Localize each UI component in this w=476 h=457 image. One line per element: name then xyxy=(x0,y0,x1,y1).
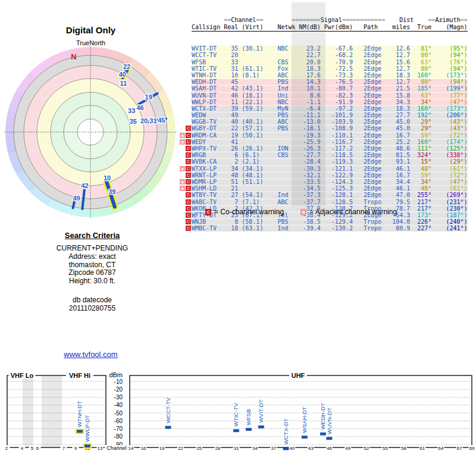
channel-tick: 16 xyxy=(140,446,146,451)
station-bar xyxy=(321,433,326,435)
dbm-tick-label: -10 xyxy=(114,378,123,385)
azimuth-true: 29° xyxy=(410,118,431,125)
station-bar xyxy=(327,437,332,440)
station-data: WDMR-LP 51 (51.1) -33.5 -124.3 2Edge 34.… xyxy=(192,179,410,185)
adjacent-channel-warning-icon: a xyxy=(180,166,185,171)
channel-tick: 6 xyxy=(36,446,39,451)
azimuth-magn: (77°) xyxy=(431,92,467,99)
station-bar-label: WCCT-TV xyxy=(165,397,171,423)
channel-tick: 58 xyxy=(401,446,406,451)
channel-label: 46 xyxy=(136,104,143,111)
azimuth-true: 217° xyxy=(410,199,431,205)
channel-tick: 22 xyxy=(178,446,183,451)
search-criteria: Search Criteria CURRENT+PENDING Address:… xyxy=(0,231,184,313)
azimuth-true: 80° xyxy=(410,79,431,85)
table-row: WCCT-TV 20 22.7 -68.2 2Edge 12.7 80° (94… xyxy=(192,52,468,58)
channel-tick: 25 xyxy=(196,446,202,451)
vhf-lo-label: VHF Lo xyxy=(11,372,34,379)
tvfool-link[interactable]: www.tvfool.com xyxy=(64,350,117,359)
channel-tick: 14 xyxy=(129,446,134,451)
azimuth-true: 192° xyxy=(410,112,431,118)
azimuth-true: 227° xyxy=(410,225,431,231)
azimuth-magn: (72°) xyxy=(431,132,467,139)
channel-label: 39 xyxy=(108,188,115,195)
station-data: WABC-TV 7 (7.1) ABC -37.7 -128.5 Tropo 7… xyxy=(192,199,410,205)
station-bar-label: WTIC-TV xyxy=(233,403,239,427)
channel-tick: 69 xyxy=(469,446,475,451)
table-row: WHPX-TV 26 (26.1) ION -26.3 -117.2 2Edge… xyxy=(192,145,468,152)
azimuth-magn: (43°) xyxy=(431,118,467,125)
station-data: WEDH-DT 45 PBS 14.3 -76.5 2Edge 12.7 xyxy=(192,79,410,85)
table-row: WWLP-DT 11 (22.1) NBC -1.1 -91.9 2Edge 3… xyxy=(192,99,468,105)
uhf-label: UHF xyxy=(292,372,305,379)
dbm-tick-label: -80 xyxy=(114,433,123,440)
channel-label: 45 xyxy=(158,117,165,124)
adjacent-channel-warning-icon: a xyxy=(180,139,185,145)
co-channel-warning-icon: C xyxy=(186,179,191,184)
spectrum-chart: -10-20-30-40-50-60-70-80-90VHF LoVHF HiU… xyxy=(0,368,476,457)
channel-tick: 61 xyxy=(419,446,425,451)
azimuth-true: 324° xyxy=(410,152,431,158)
azimuth-magn: (94°) xyxy=(431,52,467,58)
search-address-type: Address: exact xyxy=(0,253,184,261)
azimuth-magn: (94°) xyxy=(431,79,467,85)
azimuth-magn: (125°) xyxy=(431,145,467,152)
co-channel-warning-icon: C xyxy=(186,126,191,131)
azimuth-magn: (231°) xyxy=(431,199,467,205)
table-row: WSAH-DT 42 (43.1) Ind 10.1 -80.7 2Edge 2… xyxy=(192,85,468,92)
station-data: WRDM-CA 19 (50.1) -19.3 -110.1 2Edge 16.… xyxy=(192,132,410,139)
azimuth-true: 63° xyxy=(410,59,431,65)
table-row: WMBC-TV 18 (63.1) Ind -39.4 -130.2 Tropo… xyxy=(192,225,468,231)
co-channel-warning-icon: C xyxy=(186,166,191,171)
azimuth-true: 160° xyxy=(410,72,431,79)
search-mode: CURRENT+PENDING xyxy=(0,245,184,253)
table-row: WTBY-TV 27 (54.1) Ind -37.3 -128.1 2Edge… xyxy=(192,192,468,198)
channel-tick: 43 xyxy=(308,446,314,451)
co-channel-warning-icon: C xyxy=(186,159,191,164)
co-channel-warning-icon: C xyxy=(186,206,191,211)
search-zipcode: Zipcode 06787 xyxy=(0,269,184,277)
table-row: WNJB 8 (58.1) PBS -38.5 -129.4 Tropo 104… xyxy=(192,218,468,225)
station-data: WUVN-DT 46 (18.1) Uni 8.6 -82.3 2Edge 15… xyxy=(192,92,410,99)
station-data: WSHM-LD 21 -34.5 -125.3 2Edge 46.1 xyxy=(192,185,410,192)
co-channel-warning-icon: C xyxy=(186,139,191,145)
azimuth-true: 80° xyxy=(410,65,431,72)
channel-label: 10 xyxy=(104,174,111,181)
co-channel-warning-icon: C xyxy=(186,192,191,198)
azimuth-true: 217° xyxy=(410,205,431,212)
co-channel-warning-icon: C xyxy=(186,199,191,205)
azimuth-magn: (240°) xyxy=(431,218,467,225)
station-data: WSAH-DT 42 (43.1) Ind 10.1 -80.7 2Edge 2… xyxy=(192,85,410,92)
table-row: WCTX-DT 39 (59.1) MyN -6.4 -97.2 2Edge 1… xyxy=(192,105,468,112)
channel-tick: 64 xyxy=(439,446,444,451)
station-bar xyxy=(85,445,90,447)
azimuth-true: 111° xyxy=(410,145,431,152)
channel-label: 49 xyxy=(73,195,80,202)
db-datecode-block: db datecode 201110280755 xyxy=(0,296,184,313)
co-channel-warning-icon: C xyxy=(186,212,191,218)
table-row: WVBK-CA 2 (2.1) -28.4 -119.3 2Edge 93.1 … xyxy=(192,158,468,165)
station-bar-label: WVIT-DT xyxy=(258,399,264,422)
vhf-gap-band xyxy=(23,376,33,447)
table-row: WGBY-DT 22 (57.1) PBS -18.1 -108.9 2Edge… xyxy=(192,125,468,132)
dbm-tick-label: -60 xyxy=(114,418,123,424)
table-row: WUVN-DT 46 (18.1) Uni 8.6 -82.3 2Edge 15… xyxy=(192,92,468,99)
search-city: thomaston, CT xyxy=(0,261,184,270)
co-channel-badge: c xyxy=(205,209,211,215)
azimuth-magn: (29°) xyxy=(431,158,467,165)
dbm-tick-label: -30 xyxy=(114,394,123,400)
station-bar-label: WFSB xyxy=(245,409,252,425)
azimuth-true: 34° xyxy=(410,179,431,185)
station-data: WCTX-DT 39 (59.1) MyN -6.4 -97.2 2Edge 1… xyxy=(192,105,410,112)
channel-label: 42 xyxy=(81,182,88,189)
azimuth-magn: (61°) xyxy=(431,185,467,192)
azimuth-magn: (173°) xyxy=(431,72,467,79)
azimuth-true: 160° xyxy=(410,139,431,145)
station-data: WTBY-TV 27 (54.1) Ind -37.3 -128.1 2Edge… xyxy=(192,192,410,198)
search-height: Height: 30.0 ft. xyxy=(0,277,184,286)
channel-tick: 7 xyxy=(62,446,65,451)
table-row: WGGB-TV 40 (40.1) ABC -13.0 -103.9 2Edge… xyxy=(192,118,468,125)
station-bar-label: WSAH-DT xyxy=(301,406,308,433)
station-data: WEDW 49 PBS -11.1 -101.9 2Edge 27.7 xyxy=(192,112,410,118)
azimuth-true: 63° xyxy=(410,92,431,99)
